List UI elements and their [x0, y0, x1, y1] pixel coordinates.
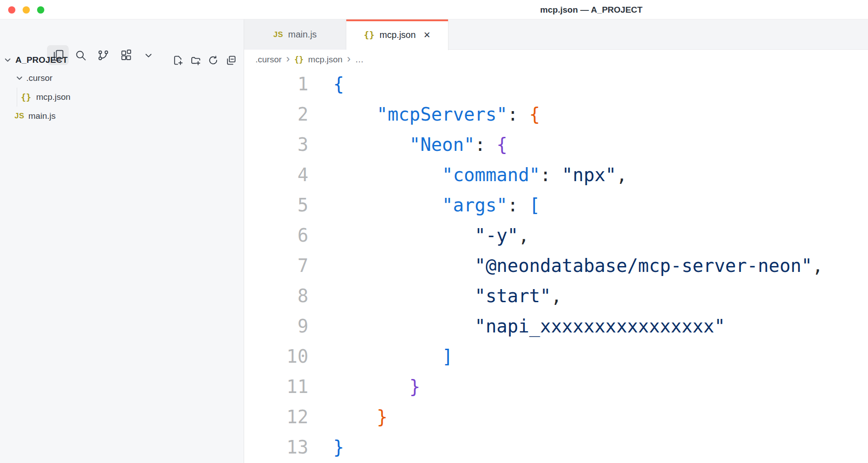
breadcrumb-segment-file[interactable]: mcp.json [308, 55, 343, 65]
code-line-text: "start", [333, 281, 562, 311]
code-line[interactable]: 6 "-y", [244, 220, 868, 251]
breadcrumb: .cursor › {} mcp.json › … [244, 50, 868, 69]
file-label: main.js [28, 111, 56, 121]
line-number: 11 [244, 372, 321, 402]
json-file-icon: {} [363, 29, 374, 40]
code-line-text: "napi_xxxxxxxxxxxxxxxx" [333, 311, 725, 341]
code-line[interactable]: 11 } [244, 372, 868, 402]
breadcrumb-segment-folder[interactable]: .cursor [255, 55, 282, 65]
line-number: 3 [244, 130, 321, 160]
code-line-text: } [333, 372, 420, 402]
json-file-icon: {} [21, 92, 31, 102]
explorer-section-header[interactable]: A_PROJECT [0, 51, 244, 70]
code-editor[interactable]: 1{2 "mcpServers": {3 "Neon": {4 "command… [244, 69, 868, 463]
code-line[interactable]: 9 "napi_xxxxxxxxxxxxxxxx" [244, 311, 868, 341]
refresh-icon[interactable] [208, 55, 219, 66]
code-line[interactable]: 5 "args": [ [244, 190, 868, 220]
code-line[interactable]: 3 "Neon": { [244, 130, 868, 160]
minimize-window-button[interactable] [23, 6, 30, 14]
close-tab-icon[interactable]: ✕ [424, 31, 431, 39]
tab-mcp-json[interactable]: {} mcp.json ✕ [346, 19, 448, 50]
window-title: mcp.json — A_PROJECT [540, 0, 642, 19]
chevron-right-icon: › [286, 53, 290, 64]
line-number: 2 [244, 99, 321, 130]
line-number: 7 [244, 251, 321, 281]
json-file-icon: {} [294, 55, 303, 64]
code-line[interactable]: 1{ [244, 69, 868, 99]
line-number: 4 [244, 160, 321, 190]
tab-bar: JS main.js {} mcp.json ✕ [244, 19, 868, 50]
line-number: 10 [244, 341, 321, 372]
folder-label: .cursor [26, 73, 52, 83]
indent-guide [17, 88, 17, 107]
file-label: mcp.json [36, 92, 71, 102]
new-file-icon[interactable] [172, 55, 184, 66]
new-folder-icon[interactable] [190, 55, 201, 66]
code-line[interactable]: 7 "@neondatabase/mcp-server-neon", [244, 251, 868, 281]
code-line[interactable]: 12 } [244, 402, 868, 432]
line-number: 12 [244, 402, 321, 432]
tree-item-cursor-folder[interactable]: .cursor [0, 69, 244, 88]
line-number: 1 [244, 69, 321, 99]
line-number: 9 [244, 311, 321, 341]
code-line-text: ] [333, 341, 453, 372]
code-line[interactable]: 8 "start", [244, 281, 868, 311]
file-tree: .cursor {} mcp.json JS main.js [0, 69, 244, 126]
line-number: 6 [244, 220, 321, 251]
code-line-text: } [333, 402, 387, 432]
code-line-text: "@neondatabase/mcp-server-neon", [333, 251, 823, 281]
editor-area: JS main.js {} mcp.json ✕ .cursor › {} mc… [244, 19, 868, 463]
code-line[interactable]: 13} [244, 432, 868, 463]
collapse-all-icon[interactable] [225, 55, 236, 66]
js-file-icon: JS [14, 112, 24, 121]
tree-item-mcp-json[interactable]: {} mcp.json [0, 88, 244, 107]
title-bar: mcp.json — A_PROJECT [0, 0, 868, 19]
explorer-actions [172, 55, 236, 66]
code-line-text: "-y", [333, 220, 529, 251]
code-line[interactable]: 10 ] [244, 341, 868, 372]
project-root-label: A_PROJECT [15, 55, 68, 65]
line-number: 8 [244, 281, 321, 311]
tree-item-main-js[interactable]: JS main.js [0, 107, 244, 126]
chevron-down-icon [4, 56, 12, 64]
line-number: 5 [244, 190, 321, 220]
tab-label: main.js [288, 29, 316, 40]
code-line[interactable]: 2 "mcpServers": { [244, 99, 868, 130]
js-file-icon: JS [273, 30, 283, 39]
code-line-text: { [333, 69, 344, 99]
code-line-text: "mcpServers": { [333, 99, 540, 130]
code-line[interactable]: 4 "command": "npx", [244, 160, 868, 190]
tab-main-js[interactable]: JS main.js [244, 19, 346, 50]
close-window-button[interactable] [8, 6, 15, 14]
code-line-text: "Neon": { [333, 130, 507, 160]
chevron-down-icon [15, 74, 24, 82]
tab-label: mcp.json [380, 30, 416, 40]
code-line-text: "args": [ [333, 190, 540, 220]
code-line-text: } [333, 432, 344, 463]
zoom-window-button[interactable] [37, 6, 44, 14]
chevron-right-icon: › [347, 53, 351, 64]
sidebar: A_PROJECT [0, 19, 244, 463]
code-line-text: "command": "npx", [333, 160, 627, 190]
breadcrumb-segment-symbol[interactable]: … [355, 55, 364, 65]
line-number: 13 [244, 432, 321, 463]
app-window: mcp.json — A_PROJECT [0, 0, 868, 463]
